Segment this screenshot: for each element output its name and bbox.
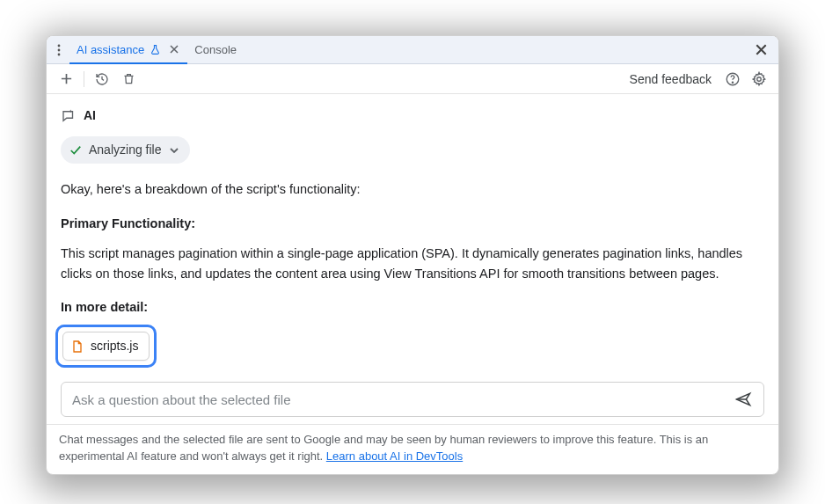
prompt-input[interactable]	[72, 392, 732, 407]
svg-point-1	[58, 48, 61, 51]
selected-file-name: scripts.js	[91, 337, 138, 356]
ai-label: AI	[84, 106, 96, 126]
toolbar: Send feedback	[47, 64, 778, 94]
devtools-panel: AI assistance Console Send feedback	[46, 35, 779, 475]
tab-label: AI assistance	[77, 43, 144, 56]
separator	[84, 71, 84, 87]
status-chip[interactable]: Analyzing file	[61, 136, 190, 164]
tab-ai-assistance[interactable]: AI assistance	[69, 36, 187, 64]
response-intro: Okay, here's a breakdown of the script's…	[61, 179, 764, 199]
new-chat-button[interactable]	[55, 69, 77, 90]
chevron-down-icon	[169, 145, 179, 156]
send-button[interactable]	[732, 388, 755, 411]
primary-heading: Primary Functionality:	[61, 214, 764, 233]
chat-content: AI Analyzing file Okay, here's a breakdo…	[47, 94, 778, 382]
ai-header: AI	[61, 106, 764, 126]
flask-icon	[150, 44, 161, 55]
svg-point-0	[58, 44, 61, 47]
sparkle-chat-icon	[61, 108, 77, 124]
help-icon[interactable]	[722, 69, 743, 90]
status-label: Analyzing file	[89, 141, 162, 160]
file-icon	[70, 340, 84, 354]
selected-file-chip[interactable]: scripts.js	[62, 332, 150, 362]
close-panel-icon[interactable]	[750, 40, 771, 61]
detail-heading: In more detail:	[61, 297, 764, 317]
close-tab-icon[interactable]	[168, 43, 180, 55]
delete-button[interactable]	[118, 69, 139, 90]
prompt-bar	[61, 382, 764, 417]
selected-file-highlight: scripts.js	[55, 325, 157, 369]
check-icon	[69, 144, 82, 157]
kebab-menu-icon[interactable]	[50, 40, 68, 61]
svg-point-4	[732, 82, 733, 83]
svg-point-5	[757, 77, 762, 81]
tab-bar: AI assistance Console	[47, 36, 778, 64]
primary-body: This script manages pagination within a …	[61, 244, 764, 283]
learn-more-link[interactable]: Learn about AI in DevTools	[326, 449, 463, 463]
settings-icon[interactable]	[748, 69, 770, 90]
send-feedback-link[interactable]: Send feedback	[624, 72, 717, 86]
history-button[interactable]	[91, 69, 113, 90]
svg-point-2	[58, 53, 61, 55]
disclaimer-footer: Chat messages and the selected file are …	[47, 424, 778, 474]
tab-console[interactable]: Console	[187, 36, 244, 64]
tab-label: Console	[194, 43, 237, 56]
